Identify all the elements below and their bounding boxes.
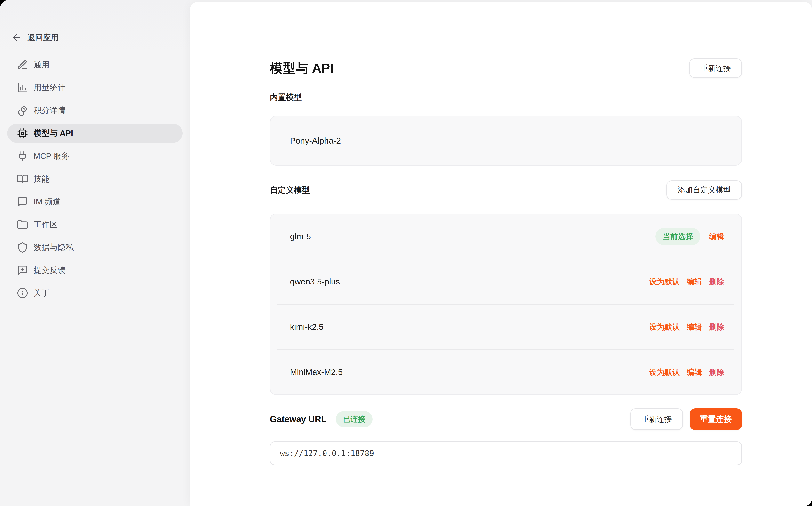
message-square-icon — [17, 196, 28, 207]
back-label: 返回应用 — [27, 32, 59, 43]
model-row-actions: 设为默认 编辑 删除 — [642, 322, 724, 332]
current-selection-badge: 当前选择 — [656, 228, 700, 245]
sidebar-item-credits[interactable]: 积分详情 — [7, 101, 182, 120]
builtin-model-name: Pony-Alpha-2 — [290, 136, 341, 146]
builtin-model-card: Pony-Alpha-2 — [270, 116, 742, 166]
plug-icon — [17, 151, 28, 162]
message-square-plus-icon — [17, 265, 28, 276]
cpu-icon — [17, 128, 28, 139]
sidebar-item-label: 模型与 API — [33, 128, 73, 139]
sidebar-nav: 通用 用量统计 积分详情 模型与 API — [0, 55, 190, 303]
delete-action[interactable]: 删除 — [709, 367, 724, 377]
model-row: glm-5 当前选择 编辑 — [271, 214, 741, 259]
sidebar-item-usage-stats[interactable]: 用量统计 — [7, 78, 182, 97]
edit-action[interactable]: 编辑 — [687, 276, 702, 287]
sidebar-item-label: 提交反馈 — [33, 265, 66, 275]
sidebar-item-models-api[interactable]: 模型与 API — [7, 124, 182, 143]
shield-icon — [17, 242, 28, 253]
arrow-left-icon — [11, 32, 21, 43]
sidebar-item-label: IM 频道 — [33, 196, 61, 207]
page-title: 模型与 API — [270, 61, 334, 76]
sidebar-item-label: 工作区 — [33, 219, 58, 230]
app-window: 返回应用 通用 用量统计 积分详情 — [0, 0, 812, 506]
sidebar-item-label: 用量统计 — [33, 82, 66, 93]
set-default-action[interactable]: 设为默认 — [649, 322, 680, 332]
pen-icon — [17, 59, 28, 71]
model-name: MiniMax-M2.5 — [290, 367, 642, 377]
model-row: MiniMax-M2.5 设为默认 编辑 删除 — [271, 350, 741, 395]
model-name: qwen3.5-plus — [290, 277, 642, 286]
coins-icon — [17, 105, 28, 116]
gateway-reset-button[interactable]: 重置连接 — [690, 408, 742, 430]
sidebar-item-label: 积分详情 — [33, 105, 66, 116]
back-to-app-button[interactable]: 返回应用 — [11, 30, 190, 45]
reconnect-button[interactable]: 重新连接 — [689, 59, 742, 78]
sidebar-item-about[interactable]: 关于 — [7, 283, 182, 303]
sidebar-item-label: 通用 — [33, 60, 50, 70]
custom-models-label: 自定义模型 — [270, 185, 310, 194]
info-icon — [17, 287, 28, 299]
sidebar-item-label: MCP 服务 — [33, 151, 69, 161]
custom-models-list: glm-5 当前选择 编辑 qwen3.5-plus 设为默认 编辑 删除 — [270, 214, 742, 395]
edit-action[interactable]: 编辑 — [687, 367, 702, 377]
sidebar-item-label: 数据与隐私 — [33, 242, 74, 253]
gateway-section-header: Gateway URL 已连接 重新连接 重置连接 — [270, 408, 742, 430]
sidebar-item-im-channels[interactable]: IM 频道 — [7, 192, 182, 211]
sidebar-item-workspace[interactable]: 工作区 — [7, 215, 182, 234]
sidebar-item-data-privacy[interactable]: 数据与隐私 — [7, 238, 182, 257]
set-default-action[interactable]: 设为默认 — [649, 367, 680, 377]
sidebar-item-feedback[interactable]: 提交反馈 — [7, 261, 182, 280]
builtin-models-label: 内置模型 — [270, 93, 742, 102]
connected-status-badge: 已连接 — [336, 411, 373, 427]
sidebar-item-skills[interactable]: 技能 — [7, 169, 182, 188]
book-open-icon — [17, 173, 28, 185]
gateway-url-input[interactable] — [270, 441, 742, 465]
model-row-actions: 设为默认 编辑 删除 — [642, 367, 724, 377]
model-name: kimi-k2.5 — [290, 322, 642, 332]
add-custom-model-button[interactable]: 添加自定义模型 — [666, 180, 742, 200]
page-header: 模型与 API 重新连接 — [270, 2, 742, 78]
sidebar-item-label: 关于 — [33, 287, 50, 298]
model-row-actions: 当前选择 编辑 — [656, 228, 724, 245]
bar-chart-icon — [17, 82, 28, 93]
model-name: glm-5 — [290, 232, 656, 241]
settings-sidebar: 返回应用 通用 用量统计 积分详情 — [0, 0, 190, 506]
gateway-url-label: Gateway URL — [270, 414, 326, 424]
model-row: kimi-k2.5 设为默认 编辑 删除 — [271, 305, 741, 349]
sidebar-item-mcp-services[interactable]: MCP 服务 — [7, 147, 182, 166]
delete-action[interactable]: 删除 — [709, 322, 724, 332]
set-default-action[interactable]: 设为默认 — [649, 276, 680, 287]
sidebar-item-general[interactable]: 通用 — [7, 55, 182, 74]
edit-action[interactable]: 编辑 — [709, 231, 724, 242]
gateway-reconnect-button[interactable]: 重新连接 — [630, 408, 683, 430]
delete-action[interactable]: 删除 — [709, 276, 724, 287]
folder-icon — [17, 219, 28, 230]
edit-action[interactable]: 编辑 — [687, 322, 702, 332]
model-row-actions: 设为默认 编辑 删除 — [642, 276, 724, 287]
custom-models-header: 自定义模型 添加自定义模型 — [270, 180, 742, 199]
model-row: qwen3.5-plus 设为默认 编辑 删除 — [271, 259, 741, 304]
main-panel: 模型与 API 重新连接 内置模型 Pony-Alpha-2 自定义模型 添加自… — [190, 2, 812, 506]
sidebar-item-label: 技能 — [33, 174, 50, 184]
